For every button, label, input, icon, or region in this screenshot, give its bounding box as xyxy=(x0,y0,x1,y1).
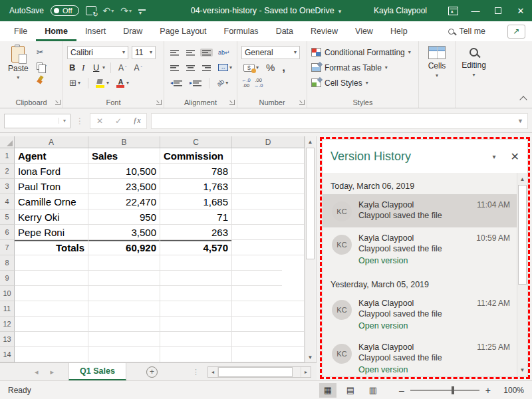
cell-C4[interactable]: 1,685 xyxy=(160,194,232,209)
version-entry[interactable]: KCKayla Claypool11:42 AMClaypool saved t… xyxy=(323,293,517,336)
increase-indent-button[interactable]: ▸ xyxy=(188,79,203,87)
horizontal-scrollbar-thumb[interactable] xyxy=(218,367,293,377)
column-header-C[interactable]: C xyxy=(160,136,232,148)
tell-me-button[interactable]: Tell me xyxy=(459,27,485,36)
row-header-1[interactable]: 1 xyxy=(0,148,15,164)
zoom-out-button[interactable]: – xyxy=(399,385,404,396)
cell-C3[interactable]: 1,763 xyxy=(160,179,232,194)
font-dialog-launcher-icon[interactable] xyxy=(156,100,162,105)
cell-A12[interactable] xyxy=(15,317,88,332)
column-header-A[interactable]: A xyxy=(15,136,88,148)
zoom-slider-thumb[interactable] xyxy=(452,386,454,394)
formula-bar-splitter-icon[interactable]: ⋮ xyxy=(76,116,84,126)
cell-A6[interactable]: Pepe Roni xyxy=(15,225,88,240)
cell-D13[interactable] xyxy=(232,332,305,347)
copy-button[interactable]: ▾ xyxy=(37,60,47,72)
bold-button[interactable]: B xyxy=(67,62,76,73)
cell-C12[interactable] xyxy=(160,317,232,332)
orientation-button[interactable]: ab▾ xyxy=(215,78,230,87)
panel-close-icon[interactable]: ✕ xyxy=(511,150,519,163)
name-box[interactable]: ▾ xyxy=(4,114,70,128)
vertical-scrollbar-thumb[interactable] xyxy=(306,148,315,259)
cell-C14[interactable] xyxy=(160,347,232,362)
cell-B12[interactable] xyxy=(88,317,160,332)
cell-C11[interactable] xyxy=(160,301,232,317)
underline-button[interactable]: U xyxy=(91,62,99,73)
vertical-scrollbar[interactable]: ▲ ▼ xyxy=(305,136,315,362)
scroll-down-icon[interactable]: ▼ xyxy=(305,352,315,362)
cell-D6[interactable] xyxy=(232,225,305,240)
title-caret-icon[interactable]: ▾ xyxy=(338,8,342,15)
cut-button[interactable]: ✂ xyxy=(37,46,47,58)
cell-B6[interactable]: 3,500 xyxy=(88,225,160,240)
row-header-4[interactable]: 4 xyxy=(0,194,15,209)
cell-D2[interactable] xyxy=(232,164,305,179)
quick-access-customize-icon[interactable] xyxy=(138,9,146,15)
open-version-link[interactable]: Open version xyxy=(358,365,510,374)
conditional-formatting-button[interactable]: Conditional Formatting ▾ xyxy=(311,45,414,60)
open-version-link[interactable]: Open version xyxy=(358,256,510,265)
align-right-button[interactable] xyxy=(200,64,213,72)
row-header-3[interactable]: 3 xyxy=(0,179,15,194)
paste-button[interactable]: Paste ▾ xyxy=(4,45,33,97)
cell-C10[interactable] xyxy=(160,286,232,301)
save-icon[interactable] xyxy=(86,6,96,15)
cell-D3[interactable] xyxy=(232,179,305,194)
cell-B10[interactable] xyxy=(88,286,160,301)
page-break-view-button[interactable]: ▥ xyxy=(364,383,382,398)
editing-button[interactable]: Editing ▾ xyxy=(462,46,486,78)
row-header-9[interactable]: 9 xyxy=(0,271,15,286)
undo-button[interactable]: ↶ ▾ xyxy=(103,5,114,16)
share-button[interactable]: ↗ xyxy=(507,25,525,39)
panel-scroll-down-icon[interactable]: ▼ xyxy=(517,365,527,375)
cell-A9[interactable] xyxy=(15,271,88,286)
tab-formulas[interactable]: Formulas xyxy=(215,21,267,41)
row-header-10[interactable]: 10 xyxy=(0,286,15,301)
underline-caret-icon[interactable]: ▾ xyxy=(102,65,105,70)
cancel-button[interactable]: ✕ xyxy=(90,116,109,126)
tab-insert[interactable]: Insert xyxy=(76,21,114,41)
accounting-format-button[interactable]: $▾ xyxy=(241,63,261,72)
cell-D4[interactable] xyxy=(232,194,305,209)
maximize-button[interactable] xyxy=(487,0,509,21)
cell-C5[interactable]: 71 xyxy=(160,209,232,225)
align-center-button[interactable] xyxy=(184,64,197,72)
comma-style-button[interactable]: , xyxy=(280,64,287,72)
row-header-8[interactable]: 8 xyxy=(0,255,15,271)
cell-A3[interactable]: Paul Tron xyxy=(15,179,88,194)
redo-button[interactable]: ↷ ▾ xyxy=(120,5,132,16)
cell-B3[interactable]: 23,500 xyxy=(88,179,160,194)
align-bottom-button[interactable] xyxy=(200,49,213,57)
number-format-select[interactable]: General ▾ xyxy=(241,46,300,59)
cell-C7[interactable]: 4,570 xyxy=(160,240,232,255)
minimize-button[interactable]: — xyxy=(464,0,487,21)
tab-data[interactable]: Data xyxy=(267,21,302,41)
enter-button[interactable]: ✓ xyxy=(109,116,128,126)
panel-options-caret-icon[interactable]: ▾ xyxy=(493,153,496,160)
redo-caret-icon[interactable]: ▾ xyxy=(129,8,132,14)
autosave-toggle[interactable]: Off xyxy=(51,5,78,16)
undo-caret-icon[interactable]: ▾ xyxy=(111,8,114,14)
increase-decimal-button[interactable]: ←.0 .00 xyxy=(241,78,251,88)
cell-A10[interactable] xyxy=(15,286,88,301)
align-top-button[interactable] xyxy=(168,49,181,57)
scroll-right-icon[interactable]: ▸ xyxy=(301,367,311,377)
cell-C9[interactable] xyxy=(160,271,232,286)
cell-A2[interactable]: Iona Ford xyxy=(15,164,88,179)
grow-font-button[interactable]: Aˆ xyxy=(116,63,128,73)
version-entry[interactable]: KCKayla Claypool11:04 AMClaypool saved t… xyxy=(323,194,517,227)
align-middle-button[interactable] xyxy=(184,49,197,57)
italic-button[interactable]: I xyxy=(80,62,88,74)
cell-A13[interactable] xyxy=(15,332,88,347)
cell-D12[interactable] xyxy=(232,317,305,332)
cell-B11[interactable] xyxy=(88,301,160,317)
cell-A4[interactable]: Camille Orne xyxy=(15,194,88,209)
sheet-nav-right-icon[interactable]: ▸ xyxy=(51,368,55,376)
new-sheet-button[interactable]: + xyxy=(146,366,158,378)
cell-D7[interactable] xyxy=(232,240,305,255)
tab-home[interactable]: Home xyxy=(36,21,76,41)
row-header-11[interactable]: 11 xyxy=(0,301,15,317)
panel-scroll-up-icon[interactable]: ▲ xyxy=(517,174,527,184)
cell-A7[interactable]: Totals xyxy=(15,240,88,255)
formula-input[interactable]: ▼ xyxy=(151,113,528,129)
